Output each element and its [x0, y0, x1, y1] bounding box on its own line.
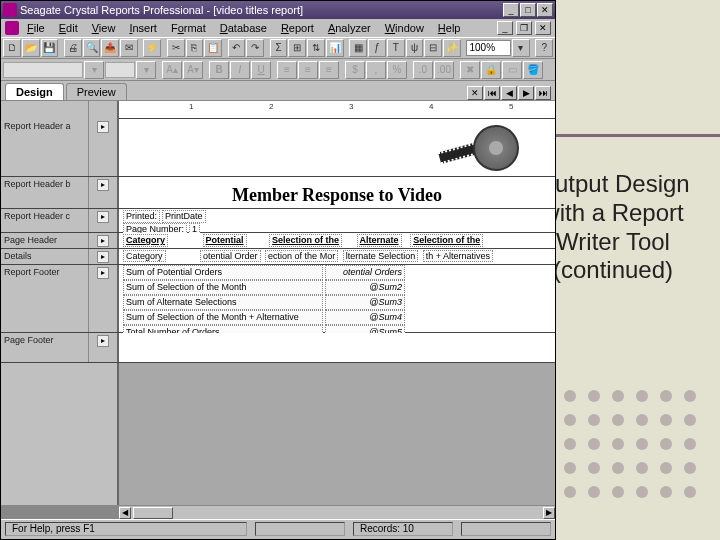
footer-row[interactable]: Sum of Selection of the Month + Alternat…: [119, 310, 555, 325]
section-label[interactable]: Details: [1, 249, 89, 264]
chart-icon[interactable]: 📊: [326, 39, 344, 57]
mail-icon[interactable]: ✉: [120, 39, 138, 57]
section-canvas[interactable]: Category Potential Selection of the Alte…: [119, 233, 555, 248]
borders-icon[interactable]: ▭: [502, 61, 522, 79]
section-report-header-b[interactable]: Report Header b ▸ Member Response to Vid…: [1, 177, 555, 209]
section-toggle-icon[interactable]: ▸: [97, 121, 109, 133]
section-label[interactable]: Page Footer: [1, 333, 89, 362]
footer-label[interactable]: Sum of Selection of the Month: [123, 280, 323, 295]
titlebar[interactable]: Seagate Crystal Reports Professional - […: [1, 1, 555, 19]
mdi-restore[interactable]: ❐: [516, 21, 532, 35]
italic-icon[interactable]: I: [230, 61, 250, 79]
section-canvas[interactable]: Member Response to Video: [119, 177, 555, 208]
section-gutter[interactable]: ▸: [89, 265, 119, 332]
footer-label[interactable]: Sum of Selection of the Month + Alternat…: [123, 310, 323, 325]
underline-icon[interactable]: U: [251, 61, 271, 79]
insert-group-icon[interactable]: ⊞: [288, 39, 306, 57]
section-report-footer[interactable]: Report Footer ▸ Sum of Potential Orderso…: [1, 265, 555, 333]
scroll-right-icon[interactable]: ▶: [543, 507, 555, 519]
preview-icon[interactable]: 🔍: [83, 39, 101, 57]
menu-format[interactable]: Format: [165, 21, 212, 35]
nav-first-icon[interactable]: ⏮: [484, 86, 500, 100]
section-label[interactable]: Page Header: [1, 233, 89, 248]
lock-icon[interactable]: 🔒: [481, 61, 501, 79]
col-selection2[interactable]: Selection of the: [410, 234, 483, 247]
paste-icon[interactable]: 📋: [204, 39, 222, 57]
nav-prev-icon[interactable]: ◀: [501, 86, 517, 100]
section-report-header-a[interactable]: Report Header a ▸: [1, 119, 555, 177]
sort-icon[interactable]: ⇅: [307, 39, 325, 57]
scroll-thumb[interactable]: [133, 507, 173, 519]
section-canvas[interactable]: Category otential Order ection of the Mo…: [119, 249, 555, 264]
align-center-icon[interactable]: ≡: [298, 61, 318, 79]
horizontal-scrollbar[interactable]: ◀ ▶: [119, 505, 555, 519]
section-toggle-icon[interactable]: ▸: [97, 267, 109, 279]
footer-label[interactable]: Sum of Potential Orders: [123, 265, 323, 280]
menu-report[interactable]: Report: [275, 21, 320, 35]
tab-close-icon[interactable]: ✕: [467, 86, 483, 100]
help-icon[interactable]: ?: [535, 39, 553, 57]
section-toggle-icon[interactable]: ▸: [97, 179, 109, 191]
font-dropdown-icon[interactable]: ▾: [84, 61, 104, 79]
footer-row[interactable]: Sum of Potential Ordersotential Orders: [119, 265, 555, 280]
section-canvas[interactable]: [119, 333, 555, 362]
nav-last-icon[interactable]: ⏭: [535, 86, 551, 100]
printed-label-field[interactable]: Printed:: [123, 210, 160, 223]
fontsize-combo[interactable]: [105, 62, 135, 78]
undo-icon[interactable]: ↶: [228, 39, 246, 57]
align-right-icon[interactable]: ≡: [319, 61, 339, 79]
menu-window[interactable]: Window: [379, 21, 430, 35]
currency-icon[interactable]: $: [345, 61, 365, 79]
minimize-button[interactable]: _: [503, 3, 519, 17]
mdi-minimize[interactable]: _: [497, 21, 513, 35]
font-combo[interactable]: [3, 62, 83, 78]
align-left-icon[interactable]: ≡: [277, 61, 297, 79]
detail-selection-field[interactable]: ection of the Mor: [265, 250, 338, 262]
menu-file[interactable]: File: [21, 21, 51, 35]
mdi-icon[interactable]: [5, 21, 19, 35]
menu-edit[interactable]: Edit: [53, 21, 84, 35]
decrease-font-icon[interactable]: A▾: [183, 61, 203, 79]
footer-row[interactable]: Sum of Selection of the Month@Sum2: [119, 280, 555, 295]
menu-help[interactable]: Help: [432, 21, 467, 35]
section-label[interactable]: Report Footer: [1, 265, 89, 332]
copy-icon[interactable]: ⎘: [186, 39, 204, 57]
menu-insert[interactable]: Insert: [123, 21, 163, 35]
section-gutter[interactable]: ▸: [89, 209, 119, 232]
percent-icon[interactable]: %: [387, 61, 407, 79]
section-gutter[interactable]: ▸: [89, 249, 119, 264]
section-gutter[interactable]: ▸: [89, 119, 119, 176]
nav-next-icon[interactable]: ▶: [518, 86, 534, 100]
section-report-header-c[interactable]: Report Header c ▸ Printed:PrintDate Page…: [1, 209, 555, 233]
report-title-text[interactable]: Member Response to Video: [232, 185, 442, 205]
detail-category-field[interactable]: Category: [123, 250, 166, 262]
section-toggle-icon[interactable]: ▸: [97, 335, 109, 347]
footer-formula[interactable]: @Sum3: [325, 295, 405, 310]
save-icon[interactable]: 💾: [41, 39, 59, 57]
suppress-icon[interactable]: ✖: [460, 61, 480, 79]
footer-label[interactable]: Sum of Alternate Selections: [123, 295, 323, 310]
section-toggle-icon[interactable]: ▸: [97, 211, 109, 223]
fontsize-dropdown-icon[interactable]: ▾: [136, 61, 156, 79]
zoom-dropdown-icon[interactable]: ▾: [512, 39, 530, 57]
new-icon[interactable]: 🗋: [3, 39, 21, 57]
section-page-footer[interactable]: Page Footer ▸: [1, 333, 555, 363]
scroll-left-icon[interactable]: ◀: [119, 507, 131, 519]
comma-icon[interactable]: ,: [366, 61, 386, 79]
menu-analyzer[interactable]: Analyzer: [322, 21, 377, 35]
cut-icon[interactable]: ✂: [167, 39, 185, 57]
zoom-combo[interactable]: 100%: [466, 40, 511, 56]
section-canvas[interactable]: Sum of Potential Ordersotential Orders S…: [119, 265, 555, 332]
detail-altplus-field[interactable]: th + Alternatives: [423, 250, 493, 262]
col-selection[interactable]: Selection of the: [269, 234, 342, 247]
section-canvas[interactable]: [119, 119, 555, 176]
section-gutter[interactable]: ▸: [89, 177, 119, 208]
col-potential[interactable]: Potential: [203, 234, 247, 247]
detail-potential-field[interactable]: otential Order: [200, 250, 261, 262]
section-gutter[interactable]: ▸: [89, 233, 119, 248]
section-details[interactable]: Details ▸ Category otential Order ection…: [1, 249, 555, 265]
redo-icon[interactable]: ↷: [246, 39, 264, 57]
maximize-button[interactable]: □: [520, 3, 536, 17]
menu-view[interactable]: View: [86, 21, 122, 35]
col-alternate[interactable]: Alternate: [357, 234, 402, 247]
